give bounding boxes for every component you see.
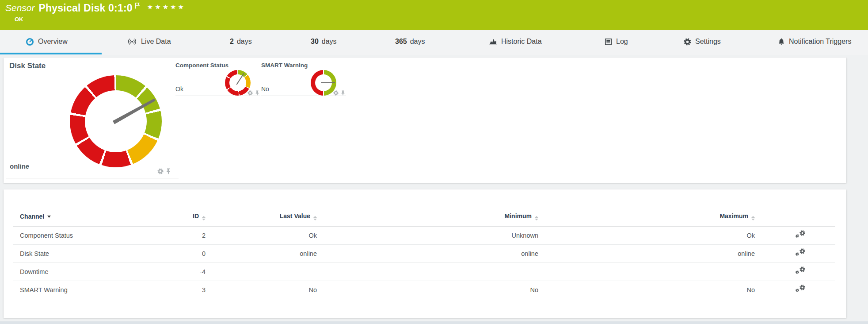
cell-maximum: No	[538, 281, 755, 299]
smart-warning-gauge	[311, 70, 336, 96]
log-icon	[605, 38, 612, 46]
gauge-title: Component Status	[175, 62, 228, 69]
tab-label: Settings	[695, 38, 721, 46]
tab-live-data[interactable]: Live Data	[127, 30, 171, 53]
channels-table: Channel ID Last Value Minimum Maximum	[13, 207, 835, 299]
gear-icon[interactable]	[333, 89, 339, 97]
pin-icon[interactable]	[255, 89, 259, 97]
column-label: ID	[193, 212, 199, 220]
pin-icon[interactable]	[341, 89, 345, 97]
cell-maximum: online	[538, 244, 755, 262]
bell-icon	[778, 38, 785, 46]
sort-icon[interactable]	[313, 216, 317, 220]
tab-label: days	[410, 38, 425, 46]
table-row[interactable]: Disk State 0 online online online	[13, 244, 835, 262]
cell-channel: Disk State	[13, 244, 192, 262]
cell-id: 2	[192, 226, 206, 244]
column-header-maximum[interactable]: Maximum	[538, 207, 755, 226]
gear-icon[interactable]	[247, 89, 253, 97]
divider	[6, 178, 179, 178]
tab-label: Historic Data	[501, 38, 542, 46]
area-chart-icon	[489, 38, 497, 46]
sensor-title-line: Sensor Physical Disk 0:1:0 ★★★★★	[5, 1, 186, 15]
status-badge: OK	[15, 16, 23, 23]
gauge-value: online	[10, 162, 29, 170]
tab-label: Log	[616, 38, 628, 46]
cell-last-value: online	[206, 244, 317, 262]
table-row[interactable]: Component Status 2 Ok Unknown Ok	[13, 226, 835, 244]
cell-minimum	[317, 262, 538, 281]
live-data-icon	[127, 38, 137, 46]
gear-icon	[684, 38, 691, 46]
tab-notification-triggers[interactable]: Notification Triggers	[778, 30, 851, 53]
overview-gauges-panel: Disk State online Component Status	[4, 58, 846, 183]
channels-panel: Channel ID Last Value Minimum Maximum	[4, 189, 846, 318]
cell-maximum	[538, 262, 755, 281]
cell-id: -4	[192, 262, 206, 281]
tab-label: days	[237, 38, 252, 46]
tab-label: Notification Triggers	[789, 38, 851, 46]
column-header-id[interactable]: ID	[192, 207, 206, 226]
channel-settings-icon[interactable]	[796, 230, 805, 239]
cell-minimum: online	[317, 244, 538, 262]
tab-day-count: 2	[230, 38, 234, 46]
cell-id: 3	[192, 281, 206, 299]
column-label: Channel	[20, 213, 44, 220]
channel-settings-icon[interactable]	[796, 266, 805, 275]
tab-label: Overview	[38, 38, 68, 46]
channel-settings-icon[interactable]	[796, 285, 805, 293]
gauge-icon	[26, 38, 34, 46]
tab-bar: Overview Live Data 2 days 30 days 365 da…	[0, 30, 868, 55]
cell-channel: SMART Warning	[13, 281, 192, 299]
component-status-block: Component Status Ok	[175, 62, 260, 96]
gauge-toolbar	[157, 168, 171, 176]
gauge-toolbar	[247, 89, 259, 97]
tab-2-days[interactable]: 2 days	[230, 30, 252, 53]
cell-last-value: No	[206, 281, 317, 299]
table-row[interactable]: SMART Warning 3 No No No	[13, 281, 835, 299]
gauge-needle	[70, 75, 162, 167]
sort-icon[interactable]	[202, 216, 206, 220]
column-header-settings	[755, 207, 835, 226]
tab-label: Live Data	[141, 38, 171, 46]
cell-id: 0	[192, 244, 206, 262]
gauge-value: No	[261, 85, 269, 93]
gauge-title: SMART Warning	[261, 62, 308, 69]
gauge-needle	[225, 70, 251, 96]
tab-30-days[interactable]: 30 days	[311, 30, 337, 53]
sort-icon[interactable]	[751, 216, 755, 220]
sort-icon[interactable]	[535, 216, 538, 220]
tab-day-count: 30	[311, 38, 319, 46]
column-header-minimum[interactable]: Minimum	[317, 207, 538, 226]
sensor-header: Sensor Physical Disk 0:1:0 ★★★★★ OK	[0, 0, 868, 30]
cell-maximum: Ok	[538, 226, 755, 244]
cell-last-value: Ok	[206, 226, 317, 244]
page-title: Physical Disk 0:1:0	[39, 1, 133, 15]
pin-icon[interactable]	[166, 168, 171, 176]
tab-day-count: 365	[395, 38, 407, 46]
prtg-sensor-page: Sensor Physical Disk 0:1:0 ★★★★★ OK Over…	[0, 0, 868, 324]
active-tab-indicator	[0, 53, 102, 54]
priority-stars[interactable]: ★★★★★	[147, 1, 186, 13]
channel-settings-icon[interactable]	[796, 248, 805, 257]
object-kind-label: Sensor	[5, 1, 35, 15]
tab-365-days[interactable]: 365 days	[395, 30, 425, 53]
cell-channel: Component Status	[13, 226, 192, 244]
table-row[interactable]: Downtime -4	[13, 262, 835, 281]
column-label: Minimum	[505, 212, 532, 220]
flag-icon[interactable]	[135, 2, 140, 11]
column-header-channel[interactable]: Channel	[13, 207, 192, 226]
column-header-last-value[interactable]: Last Value	[206, 207, 317, 226]
column-label: Last Value	[280, 212, 310, 220]
tab-log[interactable]: Log	[605, 30, 628, 53]
cell-channel: Downtime	[13, 262, 192, 281]
tab-label: days	[322, 38, 337, 46]
tab-overview[interactable]: Overview	[26, 30, 68, 53]
gear-icon[interactable]	[157, 168, 164, 176]
disk-state-gauge	[70, 75, 162, 167]
cell-minimum: No	[317, 281, 538, 299]
tab-settings[interactable]: Settings	[684, 30, 721, 53]
tab-historic-data[interactable]: Historic Data	[489, 30, 542, 53]
gauge-value: Ok	[175, 85, 183, 93]
gauge-toolbar	[333, 89, 345, 97]
